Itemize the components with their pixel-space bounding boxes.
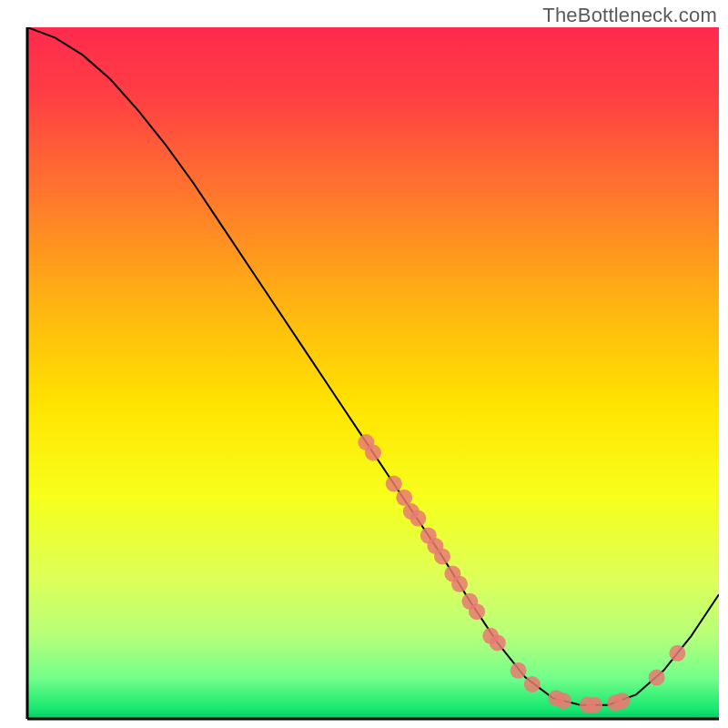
highlight-point [524,676,541,693]
gradient-background [27,27,719,719]
highlight-point [490,634,506,651]
highlight-point [434,548,450,564]
highlight-point [386,476,402,492]
highlight-point [586,697,602,713]
highlight-point [511,662,527,679]
highlight-point [555,693,571,709]
highlight-point [614,693,631,709]
highlight-point [649,669,665,685]
highlight-point [469,603,485,620]
highlight-point [365,444,381,460]
highlight-point [410,511,426,527]
highlight-point [451,576,468,592]
bottleneck-chart [0,0,728,728]
chart-container: TheBottleneck.com [0,0,728,728]
highlight-point [669,645,685,662]
watermark-text: TheBottleneck.com [542,4,717,27]
